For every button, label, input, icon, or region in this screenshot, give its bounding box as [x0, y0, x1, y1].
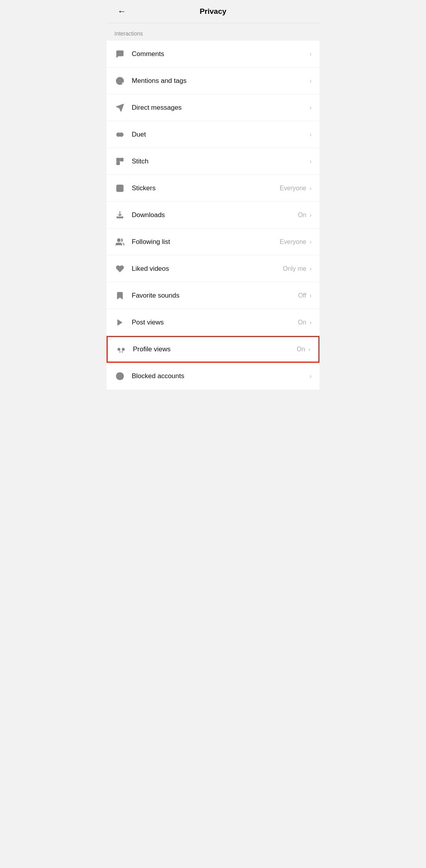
blocked-icon: [114, 372, 125, 381]
list-item-stickers[interactable]: StickersEveryone›: [106, 175, 320, 202]
svg-rect-10: [117, 161, 120, 164]
duet-label: Duet: [132, 131, 310, 139]
chevron-right-icon: ›: [310, 104, 312, 111]
chevron-right-icon: ›: [310, 265, 312, 272]
liked-videos-label: Liked videos: [132, 265, 283, 273]
chevron-right-icon: ›: [310, 77, 312, 84]
duet-right: ›: [310, 131, 312, 138]
chevron-right-icon: ›: [310, 185, 312, 192]
settings-list: Comments›Mentions and tags›Direct messag…: [106, 41, 320, 390]
direct-messages-right: ›: [310, 104, 312, 111]
liked-icon: [114, 264, 125, 273]
page-title: Privacy: [200, 7, 226, 16]
comments-right: ›: [310, 51, 312, 58]
mentions-and-tags-label: Mentions and tags: [132, 77, 310, 85]
svg-point-1: [120, 53, 120, 54]
stickers-icon: [114, 184, 125, 193]
chevron-right-icon: ›: [310, 51, 312, 58]
downloads-value: On: [298, 212, 306, 219]
svg-point-7: [120, 133, 123, 136]
comments-label: Comments: [132, 50, 310, 58]
svg-marker-5: [116, 104, 123, 111]
chevron-right-icon: ›: [310, 212, 312, 219]
dm-icon: [114, 103, 125, 112]
direct-messages-label: Direct messages: [132, 104, 310, 112]
post-views-right: On›: [298, 319, 312, 326]
section-label: Interactions: [106, 23, 320, 41]
svg-rect-9: [120, 158, 123, 161]
post-views-label: Post views: [132, 319, 298, 326]
list-item-post-views[interactable]: Post viewsOn›: [106, 309, 320, 336]
stickers-label: Stickers: [132, 184, 280, 192]
chevron-right-icon: ›: [310, 158, 312, 165]
favorite-sounds-value: Off: [298, 292, 306, 299]
favorite-sounds-label: Favorite sounds: [132, 292, 298, 300]
list-item-duet[interactable]: Duet›: [106, 121, 320, 148]
following-list-value: Everyone: [280, 238, 306, 246]
chevron-right-icon: ›: [310, 373, 312, 380]
svg-point-0: [118, 53, 119, 54]
following-list-right: Everyone›: [280, 238, 312, 246]
svg-point-12: [118, 187, 120, 188]
stitch-right: ›: [310, 158, 312, 165]
blocked-accounts-right: ›: [310, 373, 312, 380]
list-item-downloads[interactable]: DownloadsOn›: [106, 202, 320, 229]
list-item-mentions-and-tags[interactable]: Mentions and tags›: [106, 67, 320, 94]
downloads-right: On›: [298, 212, 312, 219]
mentions-and-tags-right: ›: [310, 77, 312, 84]
chevron-right-icon: ›: [310, 319, 312, 326]
profile-views-value: On: [297, 346, 305, 353]
chevron-right-icon: ›: [310, 292, 312, 299]
downloads-icon: [114, 211, 125, 219]
list-item-stitch[interactable]: Stitch›: [106, 148, 320, 175]
stickers-right: Everyone›: [280, 185, 312, 192]
favorite-sounds-icon: [114, 291, 125, 300]
svg-rect-8: [117, 158, 120, 161]
svg-point-2: [121, 53, 121, 54]
header: ← Privacy: [106, 0, 320, 23]
list-item-blocked-accounts[interactable]: Blocked accounts›: [106, 363, 320, 390]
svg-point-16: [118, 238, 120, 241]
list-item-liked-videos[interactable]: Liked videosOnly me›: [106, 255, 320, 282]
chevron-right-icon: ›: [310, 131, 312, 138]
duet-icon: [114, 130, 125, 139]
profile-views-right: On›: [297, 346, 310, 353]
liked-videos-right: Only me›: [283, 265, 312, 272]
back-button[interactable]: ←: [114, 5, 129, 18]
chevron-right-icon: ›: [310, 238, 312, 246]
blocked-accounts-label: Blocked accounts: [132, 372, 310, 380]
stitch-icon: [114, 157, 125, 166]
list-item-comments[interactable]: Comments›: [106, 41, 320, 67]
profile-views-icon: [116, 345, 127, 354]
list-item-favorite-sounds[interactable]: Favorite soundsOff›: [106, 282, 320, 309]
comments-icon: [114, 50, 125, 58]
list-item-profile-views[interactable]: Profile viewsOn›: [106, 336, 320, 363]
downloads-label: Downloads: [132, 211, 298, 219]
svg-marker-17: [118, 319, 123, 326]
list-item-following-list[interactable]: Following listEveryone›: [106, 229, 320, 255]
mentions-icon: [114, 77, 125, 85]
stitch-label: Stitch: [132, 157, 310, 165]
stickers-value: Everyone: [280, 185, 306, 192]
profile-views-label: Profile views: [133, 345, 297, 353]
liked-videos-value: Only me: [283, 265, 306, 272]
favorite-sounds-right: Off›: [298, 292, 312, 299]
chevron-right-icon: ›: [308, 346, 310, 353]
post-views-value: On: [298, 319, 306, 326]
post-views-icon: [114, 318, 125, 327]
following-icon: [114, 238, 125, 246]
following-list-label: Following list: [132, 238, 280, 246]
list-item-direct-messages[interactable]: Direct messages›: [106, 94, 320, 121]
